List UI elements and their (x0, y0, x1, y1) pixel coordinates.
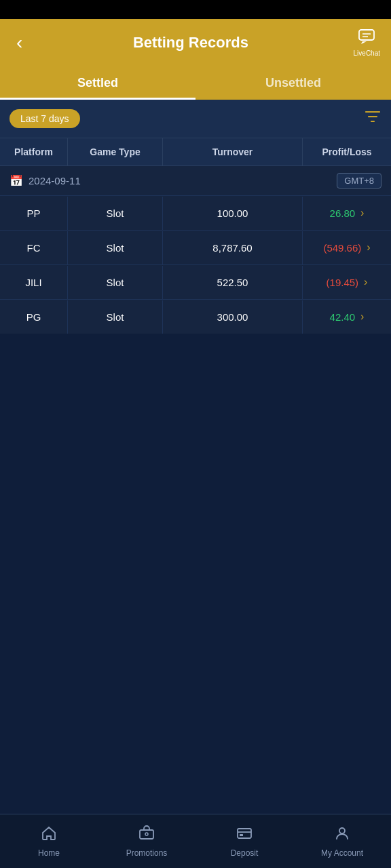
header: ‹ Betting Records LiveChat (0, 19, 391, 66)
cell-game-type: Slot (68, 300, 163, 334)
table-row[interactable]: JILI Slot 522.50 (19.45) › (0, 264, 391, 299)
cell-profit-loss: 42.40 › (303, 300, 391, 334)
svg-rect-0 (359, 30, 374, 40)
col-platform: Platform (0, 138, 68, 165)
tabs-bar: Settled Unsettled (0, 66, 391, 100)
cell-turnover: 522.50 (163, 266, 303, 299)
col-turnover: Turnover (163, 138, 303, 165)
timezone-badge: GMT+8 (337, 173, 381, 189)
col-profit-loss: Profit/Loss (303, 138, 391, 165)
table-body: PP Slot 100.00 26.80 › FC Slot 8,787.60 … (0, 195, 391, 334)
filter-icon-button[interactable] (364, 108, 381, 130)
svg-point-4 (145, 833, 148, 835)
nav-home[interactable]: Home (0, 814, 98, 868)
cell-profit-loss: (549.66) › (303, 231, 391, 264)
cell-profit-loss: (19.45) › (303, 265, 391, 299)
livechat-label: LiveChat (354, 50, 380, 57)
chevron-right-icon: › (360, 311, 364, 323)
table-row[interactable]: PG Slot 300.00 42.40 › (0, 299, 391, 334)
nav-deposit-label: Deposit (231, 848, 259, 858)
date-row: 📅 2024-09-11 GMT+8 (0, 165, 391, 195)
nav-promotions[interactable]: Promotions (98, 814, 196, 868)
tab-unsettled[interactable]: Unsettled (196, 66, 391, 100)
livechat-button[interactable]: LiveChat (354, 29, 380, 57)
nav-deposit[interactable]: Deposit (196, 814, 293, 868)
cell-game-type: Slot (68, 197, 163, 230)
cell-game-type: Slot (68, 266, 163, 299)
filter-row: Last 7 days (0, 100, 391, 138)
home-icon (41, 825, 57, 846)
cell-turnover: 300.00 (163, 300, 303, 334)
svg-rect-3 (140, 830, 153, 839)
table-row[interactable]: PP Slot 100.00 26.80 › (0, 195, 391, 230)
calendar-icon: 📅 (10, 174, 23, 187)
deposit-icon (236, 825, 253, 846)
cell-turnover: 100.00 (163, 197, 303, 230)
cell-profit-loss: 26.80 › (303, 196, 391, 230)
svg-rect-5 (238, 829, 251, 838)
cell-platform: FC (0, 231, 68, 264)
nav-account-label: My Account (321, 848, 363, 858)
tab-settled[interactable]: Settled (0, 66, 196, 100)
cell-platform: JILI (0, 266, 68, 299)
page-title: Betting Records (28, 34, 353, 52)
bottom-nav: Home Promotions Deposit My (0, 814, 391, 868)
svg-point-8 (339, 828, 345, 833)
date-text: 2024-09-11 (29, 175, 81, 186)
cell-platform: PG (0, 300, 68, 334)
nav-account[interactable]: My Account (293, 814, 391, 868)
account-icon (334, 825, 350, 846)
livechat-icon (358, 29, 375, 48)
chevron-right-icon: › (360, 207, 364, 219)
promotions-icon (138, 825, 155, 846)
table-row[interactable]: FC Slot 8,787.60 (549.66) › (0, 230, 391, 264)
cell-platform: PP (0, 197, 68, 230)
nav-promotions-label: Promotions (126, 848, 168, 858)
cell-turnover: 8,787.60 (163, 231, 303, 264)
nav-home-label: Home (38, 848, 60, 858)
svg-rect-7 (240, 834, 243, 836)
cell-game-type: Slot (68, 231, 163, 264)
back-button[interactable]: ‹ (11, 31, 28, 55)
table-header: Platform Game Type Turnover Profit/Loss (0, 138, 391, 165)
period-filter-badge[interactable]: Last 7 days (10, 109, 80, 128)
col-game-type: Game Type (68, 138, 163, 165)
chevron-right-icon: › (364, 276, 367, 288)
status-bar (0, 0, 391, 19)
chevron-right-icon: › (367, 241, 370, 254)
